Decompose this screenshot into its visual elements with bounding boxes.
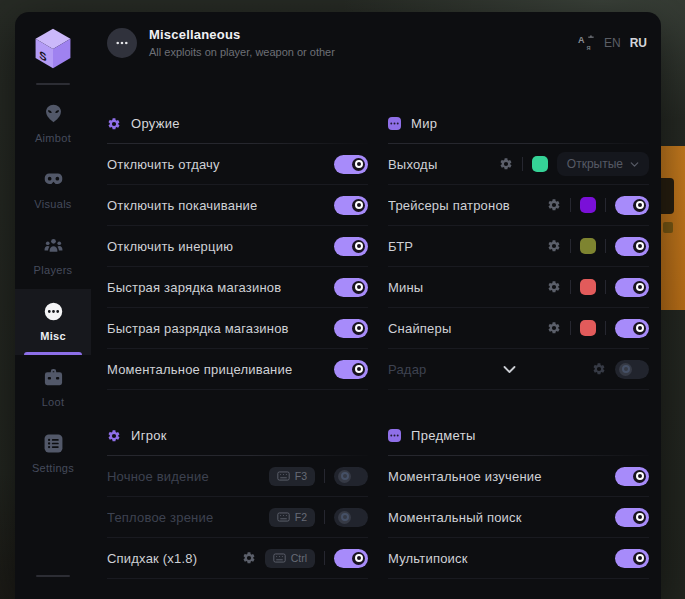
section-player-header: Игрок <box>107 390 368 455</box>
color-swatch[interactable] <box>580 279 596 295</box>
section-weapon-header: Оружие <box>107 64 368 143</box>
vr-goggles-icon <box>43 169 64 190</box>
background-game-artifact <box>661 146 685 310</box>
toggle-knob <box>338 511 351 524</box>
toggle-switch[interactable] <box>615 360 649 379</box>
lang-ru-button[interactable]: RU <box>630 36 647 50</box>
toggle-knob <box>633 511 646 524</box>
sidebar-item-loot[interactable]: Loot <box>15 355 91 421</box>
setting-row-radar: Радар <box>388 349 649 390</box>
toggle-switch[interactable] <box>615 196 649 215</box>
page-header: Miscellaneous All exploits on player, we… <box>91 12 661 64</box>
toggle-switch[interactable] <box>615 237 649 256</box>
toggle-switch[interactable] <box>334 237 368 256</box>
hotkey-badge[interactable]: F2 <box>269 508 315 527</box>
toggle-knob <box>352 552 365 565</box>
setting-row-instant-examine: Моментальное изучение <box>388 456 649 497</box>
hotkey-label: F3 <box>295 470 307 482</box>
setting-row-mines: Мины <box>388 267 649 308</box>
toggle-switch[interactable] <box>615 278 649 297</box>
toggle-switch[interactable] <box>334 360 368 379</box>
setting-label: Радар <box>388 362 427 377</box>
section-title: Мир <box>411 116 437 131</box>
translate-icon <box>577 34 595 52</box>
gear-icon[interactable] <box>499 157 513 171</box>
expand-button[interactable] <box>427 365 592 374</box>
toggle-switch[interactable] <box>615 549 649 568</box>
sidebar-item-players[interactable]: Players <box>15 223 91 289</box>
gear-icon[interactable] <box>547 321 561 335</box>
section-title: Оружие <box>131 116 180 131</box>
dropdown-value: Открытые <box>567 157 623 171</box>
setting-label: Отключить инерцию <box>107 239 233 254</box>
sidebar-item-settings[interactable]: Settings <box>15 421 91 487</box>
toggle-switch[interactable] <box>615 319 649 338</box>
setting-label: Моментальный поиск <box>388 510 522 525</box>
setting-label: Быстрая разрядка магазинов <box>107 321 289 336</box>
toggle-switch[interactable] <box>334 196 368 215</box>
control-divider <box>570 198 571 212</box>
setting-row-instant-ads: Моментальное прицеливание <box>107 349 368 390</box>
control-divider <box>522 157 523 171</box>
hotkey-label: Ctrl <box>291 552 307 564</box>
page-title: Miscellaneous <box>149 27 335 42</box>
control-divider <box>605 280 606 294</box>
control-divider <box>570 280 571 294</box>
sidebar-item-aimbot[interactable]: Aimbot <box>15 91 91 157</box>
setting-label: Ночное видение <box>107 469 209 484</box>
background-artifact-mark <box>661 178 674 214</box>
sidebar-item-label: Aimbot <box>35 132 71 144</box>
toggle-switch[interactable] <box>334 155 368 174</box>
gear-icon[interactable] <box>547 280 561 294</box>
toggle-switch[interactable] <box>334 549 368 568</box>
section-title: Игрок <box>131 428 167 443</box>
toggle-knob <box>352 322 365 335</box>
setting-label: Мины <box>388 280 423 295</box>
sidebar-item-visuals[interactable]: Visuals <box>15 157 91 223</box>
toggle-switch[interactable] <box>615 467 649 486</box>
toggle-switch[interactable] <box>334 467 368 486</box>
app-logo-icon <box>31 26 75 70</box>
sidebar: Aimbot Visuals Players Misc Loot Setting… <box>15 12 91 599</box>
sidebar-item-misc[interactable]: Misc <box>15 289 91 355</box>
color-swatch[interactable] <box>580 197 596 213</box>
language-switcher: EN RU <box>577 34 647 52</box>
hotkey-badge[interactable]: F3 <box>269 467 315 486</box>
gear-icon[interactable] <box>547 239 561 253</box>
gear-icon[interactable] <box>592 362 606 376</box>
sidebar-divider <box>36 575 70 577</box>
setting-row-night-vision: Ночное видение F3 <box>107 456 368 497</box>
lang-en-button[interactable]: EN <box>604 36 621 50</box>
gear-icon[interactable] <box>547 198 561 212</box>
gear-icon[interactable] <box>242 551 256 565</box>
control-divider <box>605 321 606 335</box>
sidebar-item-label: Misc <box>40 330 66 342</box>
ellipsis-circle-icon <box>43 301 64 322</box>
sidebar-item-label: Settings <box>32 462 74 474</box>
exits-dropdown[interactable]: Открытые <box>557 152 649 176</box>
setting-row-no-inertia: Отключить инерцию <box>107 226 368 267</box>
gear-icon <box>107 429 121 443</box>
setting-row-speedhack: Спидхак (x1.8) Ctrl <box>107 538 368 579</box>
toggle-switch[interactable] <box>334 278 368 297</box>
keyboard-icon <box>277 471 290 481</box>
toggle-knob <box>352 199 365 212</box>
hotkey-badge[interactable]: Ctrl <box>265 549 315 568</box>
toggle-knob <box>633 240 646 253</box>
sidebar-item-label: Loot <box>42 396 65 408</box>
setting-row-fast-unload: Быстрая разрядка магазинов <box>107 308 368 349</box>
setting-label: Снайперы <box>388 321 452 336</box>
toggle-knob <box>352 158 365 171</box>
items-icon <box>388 429 401 442</box>
toggle-switch[interactable] <box>334 508 368 527</box>
color-swatch[interactable] <box>532 156 548 172</box>
toggle-switch[interactable] <box>615 508 649 527</box>
list-icon <box>43 433 64 454</box>
setting-row-no-sway: Отключить покачивание <box>107 185 368 226</box>
color-swatch[interactable] <box>580 320 596 336</box>
color-swatch[interactable] <box>580 238 596 254</box>
setting-label: Быстрая зарядка магазинов <box>107 280 281 295</box>
right-column: Мир Выходы Открытые <box>388 64 649 599</box>
toggle-switch[interactable] <box>334 319 368 338</box>
setting-row-bullet-tracers: Трейсеры патронов <box>388 185 649 226</box>
